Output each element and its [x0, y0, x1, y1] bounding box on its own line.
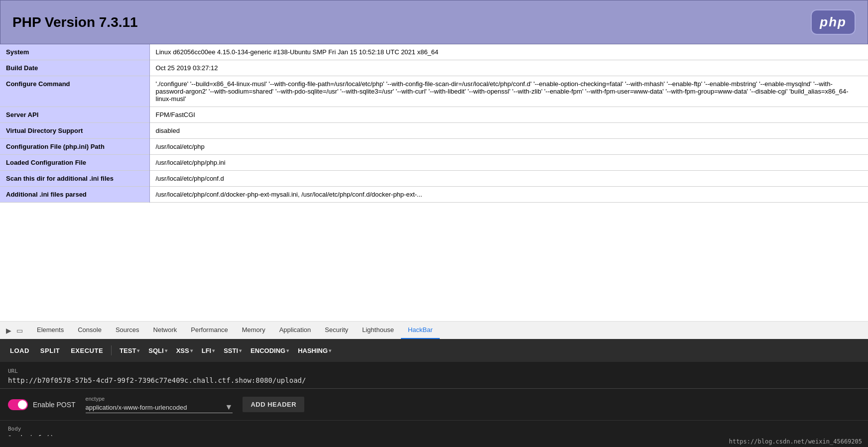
table-cell-label: Scan this dir for additional .ini files	[0, 171, 149, 187]
devtools-tab-performance[interactable]: Performance	[184, 322, 235, 339]
hackbar-url-label: URL	[8, 368, 860, 374]
devtools-tab-security[interactable]: Security	[318, 322, 355, 339]
devtools-tab-elements[interactable]: Elements	[30, 322, 71, 339]
php-logo-text: php	[820, 14, 847, 30]
table-row: Loaded Configuration File/usr/local/etc/…	[0, 155, 868, 171]
devtools-tab-memory[interactable]: Memory	[235, 322, 272, 339]
enctype-select-wrapper: application/x-www-form-urlencoded multip…	[86, 403, 233, 413]
hackbar-btn-load[interactable]: LOAD	[6, 345, 33, 356]
table-cell-label: Configure Command	[0, 76, 149, 107]
php-logo: php	[811, 9, 856, 35]
table-row: Additional .ini files parsed/usr/local/e…	[0, 187, 868, 203]
hackbar-btn-lfi[interactable]: LFI ▾	[198, 345, 217, 356]
add-header-button[interactable]: ADD HEADER	[243, 397, 304, 412]
enctype-container: enctype application/x-www-form-urlencode…	[86, 396, 233, 413]
hackbar-btn-split[interactable]: SPLIT	[36, 345, 64, 356]
status-bar-url: https://blog.csdn.net/weixin_45669205	[729, 438, 862, 445]
table-row: Configuration File (php.ini) Path/usr/lo…	[0, 139, 868, 155]
hackbar-btn-xss[interactable]: XSS ▾	[172, 345, 195, 356]
hackbar-btn-ssti[interactable]: SSTI ▾	[220, 345, 244, 356]
hackbar-panel: LOADSPLITEXECUTETEST ▾SQLI ▾XSS ▾LFI ▾SS…	[0, 339, 868, 447]
enable-post-toggle[interactable]	[8, 399, 28, 410]
table-cell-value: /usr/local/etc/php	[149, 139, 868, 155]
table-cell-label: Additional .ini files parsed	[0, 187, 149, 203]
hackbar-btn-test[interactable]: TEST ▾	[116, 345, 141, 356]
main-wrapper: PHP Version 7.3.11 php SystemLinux d6205…	[0, 0, 868, 447]
table-row: Build DateOct 25 2019 03:27:12	[0, 60, 868, 76]
table-cell-value: FPM/FastCGI	[149, 107, 868, 123]
hackbar-btn-encoding[interactable]: ENCODING ▾	[247, 345, 291, 356]
page-content: PHP Version 7.3.11 php SystemLinux d6205…	[0, 0, 868, 321]
table-cell-value: './configure' '--build=x86_64-linux-musl…	[149, 76, 868, 107]
devtools-tab-network[interactable]: Network	[146, 322, 184, 339]
table-cell-label: Server API	[0, 107, 149, 123]
devtools-tab-sources[interactable]: Sources	[109, 322, 146, 339]
hackbar-url-value[interactable]: http://b70f0578-57b5-4cd7-99f2-7396c77e4…	[8, 376, 860, 384]
hackbar-toolbar: LOADSPLITEXECUTETEST ▾SQLI ▾XSS ▾LFI ▾SS…	[0, 339, 868, 362]
hackbar-btn-sqli[interactable]: SQLI ▾	[144, 345, 169, 356]
enctype-label: enctype	[86, 396, 233, 402]
php-info-table: SystemLinux d62056cc00ee 4.15.0-134-gene…	[0, 44, 868, 203]
table-cell-value: /usr/local/etc/php/php.ini	[149, 155, 868, 171]
table-row: Scan this dir for additional .ini files/…	[0, 171, 868, 187]
table-cell-value: /usr/local/etc/php/conf.d	[149, 171, 868, 187]
table-cell-label: Build Date	[0, 60, 149, 76]
device-toolbar-icon[interactable]: ▭	[15, 326, 24, 335]
devtools-bar: ▶ ▭ ElementsConsoleSourcesNetworkPerform…	[0, 321, 868, 339]
hackbar-btn-execute[interactable]: EXECUTE	[67, 345, 107, 356]
devtools-tab-lighthouse[interactable]: Lighthouse	[355, 322, 401, 339]
enctype-select[interactable]: application/x-www-form-urlencoded multip…	[86, 404, 225, 411]
table-row: Virtual Directory Supportdisabled	[0, 123, 868, 139]
hackbar-url-section: URL http://b70f0578-57b5-4cd7-99f2-7396c…	[0, 362, 868, 389]
enctype-dropdown-arrow-icon[interactable]: ▼	[225, 403, 233, 412]
table-cell-label: System	[0, 44, 149, 60]
devtools-icons: ▶ ▭	[4, 326, 24, 335]
enable-post-label: Enable POST	[33, 401, 76, 409]
table-cell-value: Linux d62056cc00ee 4.15.0-134-generic #1…	[149, 44, 868, 60]
devtools-tab-hackbar[interactable]: HackBar	[401, 322, 440, 339]
php-content-wrapper: PHP Version 7.3.11 php SystemLinux d6205…	[0, 0, 868, 203]
table-cell-value: disabled	[149, 123, 868, 139]
devtools-tab-application[interactable]: Application	[272, 322, 318, 339]
table-cell-label: Configuration File (php.ini) Path	[0, 139, 149, 155]
status-bar: https://blog.csdn.net/weixin_45669205	[0, 436, 868, 447]
devtools-tabs: ElementsConsoleSourcesNetworkPerformance…	[30, 322, 440, 339]
table-cell-label: Loaded Configuration File	[0, 155, 149, 171]
table-row: Configure Command'./configure' '--build=…	[0, 76, 868, 107]
devtools-tab-console[interactable]: Console	[71, 322, 109, 339]
inspect-element-icon[interactable]: ▶	[4, 326, 13, 335]
hackbar-body-label: Body	[8, 426, 860, 432]
php-header: PHP Version 7.3.11 php	[0, 0, 868, 44]
enable-post-container: Enable POST	[8, 399, 76, 410]
hackbar-btn-hashing[interactable]: HASHING ▾	[294, 345, 333, 356]
table-cell-value: Oct 25 2019 03:27:12	[149, 60, 868, 76]
table-cell-value: /usr/local/etc/php/conf.d/docker-php-ext…	[149, 187, 868, 203]
table-cell-label: Virtual Directory Support	[0, 123, 149, 139]
table-row: SystemLinux d62056cc00ee 4.15.0-134-gene…	[0, 44, 868, 60]
hackbar-separator	[111, 345, 112, 355]
hackbar-post-section: Enable POST enctype application/x-www-fo…	[0, 389, 868, 421]
table-row: Server APIFPM/FastCGI	[0, 107, 868, 123]
php-version-title: PHP Version 7.3.11	[12, 14, 138, 30]
